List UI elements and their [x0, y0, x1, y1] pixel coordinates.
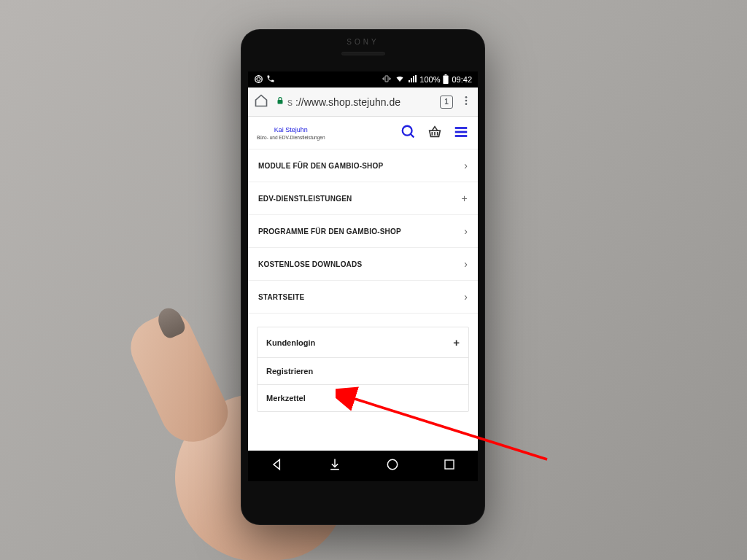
menu-label: PROGRAMME FÜR DEN GAMBIO-SHOP — [258, 228, 401, 236]
phone-call-icon — [266, 74, 275, 85]
account-register[interactable]: Registrieren — [258, 358, 468, 385]
menu-label: EDV-DIENSTLEISTUNGEN — [258, 195, 352, 203]
account-login-label: Kundenlogin — [266, 338, 315, 347]
url-prefix: s — [287, 96, 293, 108]
chevron-right-icon: › — [464, 291, 468, 303]
battery-icon — [443, 74, 449, 85]
svg-point-6 — [465, 99, 468, 101]
menu-label: MODULE FÜR DEN GAMBIO-SHOP — [258, 162, 383, 170]
signal-icon — [408, 74, 417, 85]
logo-subtitle: Büro- und EDV-Dienstleistungen — [257, 135, 325, 141]
home-nav-icon[interactable] — [385, 457, 400, 475]
hamburger-menu-icon[interactable] — [453, 124, 469, 143]
svg-rect-4 — [278, 100, 283, 104]
category-menu: MODULE FÜR DEN GAMBIO-SHOP › EDV-DIENSTL… — [248, 149, 478, 314]
android-nav-bar — [248, 451, 478, 481]
svg-line-9 — [411, 134, 414, 138]
account-wishlist[interactable]: Merkzettel — [258, 385, 468, 411]
svg-rect-19 — [445, 460, 454, 469]
menu-item-downloads[interactable]: KOSTENLOSE DOWNLOADS › — [248, 248, 478, 281]
chevron-right-icon: › — [464, 258, 468, 270]
wifi-icon — [395, 74, 405, 85]
back-icon[interactable] — [270, 457, 285, 475]
svg-rect-1 — [385, 76, 388, 82]
shop-logo[interactable]: Kai Stejuhn Büro- und EDV-Dienstleistung… — [257, 126, 325, 141]
lock-icon — [276, 96, 285, 107]
menu-item-programme[interactable]: PROGRAMME FÜR DEN GAMBIO-SHOP › — [248, 215, 478, 248]
phone-frame: SONY 100 — [241, 29, 485, 525]
phone-brand-label: SONY — [241, 29, 485, 46]
plus-icon: + — [462, 192, 468, 204]
shop-header: Kai Stejuhn Büro- und EDV-Dienstleistung… — [248, 117, 478, 149]
menu-item-edv[interactable]: EDV-DIENSTLEISTUNGEN + — [248, 182, 478, 215]
chevron-right-icon: › — [464, 225, 468, 237]
svg-rect-3 — [445, 74, 447, 75]
logo-name: Kai Stejuhn — [257, 126, 325, 135]
home-icon[interactable] — [254, 93, 268, 111]
url-bar[interactable]: s ://www.shop.stejuhn.de — [276, 96, 433, 108]
search-icon[interactable] — [400, 124, 417, 143]
chevron-right-icon: › — [464, 160, 468, 171]
account-wishlist-label: Merkzettel — [266, 394, 306, 402]
android-status-bar: 100% 09:42 — [248, 71, 478, 88]
phone-speaker — [341, 52, 385, 55]
svg-point-0 — [255, 75, 263, 82]
account-register-label: Registrieren — [266, 367, 313, 376]
browser-toolbar: s ://www.shop.stejuhn.de 1 — [248, 88, 478, 117]
tab-switcher[interactable]: 1 — [440, 96, 453, 109]
svg-point-8 — [403, 126, 412, 136]
svg-rect-2 — [444, 75, 449, 84]
recent-apps-icon[interactable] — [443, 458, 456, 474]
menu-item-module[interactable]: MODULE FÜR DEN GAMBIO-SHOP › — [248, 149, 478, 182]
menu-label: KOSTENLOSE DOWNLOADS — [258, 260, 362, 268]
basket-icon[interactable] — [427, 124, 443, 143]
url-text: ://www.shop.stejuhn.de — [295, 96, 400, 108]
menu-item-startseite[interactable]: STARTSEITE › — [248, 281, 478, 314]
plus-icon: + — [453, 336, 460, 349]
menu-label: STARTSEITE — [258, 293, 304, 301]
svg-point-18 — [387, 459, 397, 469]
tab-count-label: 1 — [444, 98, 449, 106]
account-panel: Kundenlogin + Registrieren Merkzettel — [257, 327, 469, 412]
phone-screen: 100% 09:42 s ://www.shop.stejuhn.de 1 — [248, 71, 478, 481]
more-menu-icon[interactable] — [460, 95, 472, 109]
battery-pct-label: 100% — [419, 75, 440, 84]
svg-point-5 — [465, 96, 468, 98]
svg-point-7 — [465, 103, 468, 105]
camera-aperture-icon — [254, 74, 263, 85]
download-icon[interactable] — [328, 457, 342, 475]
account-login[interactable]: Kundenlogin + — [258, 327, 468, 358]
webpage-content: Kai Stejuhn Büro- und EDV-Dienstleistung… — [248, 117, 478, 451]
clock-label: 09:42 — [452, 75, 472, 84]
vibrate-icon — [382, 74, 392, 85]
